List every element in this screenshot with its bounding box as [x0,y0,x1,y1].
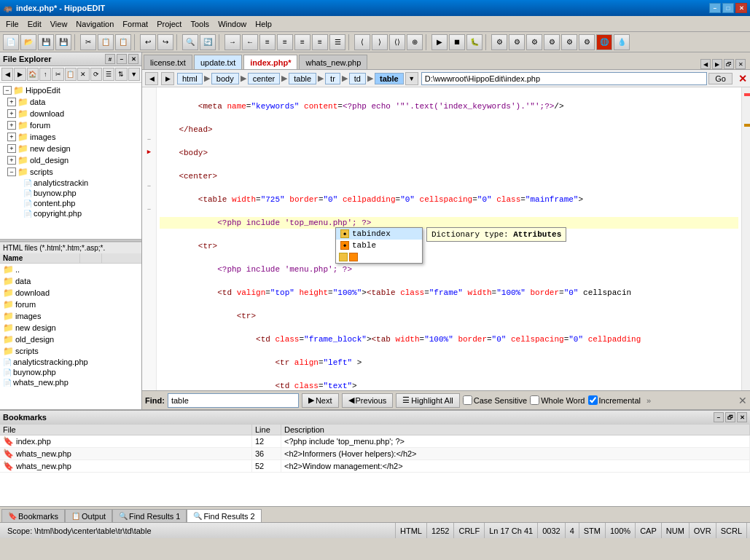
tab-update[interactable]: update.txt [194,55,242,69]
btab-findresults2[interactable]: 🔍 Find Results 2 [187,509,261,522]
settings-btn3[interactable]: ⚙ [526,34,542,50]
stop-button[interactable]: ⏹ [449,34,465,50]
whole-word-check[interactable] [530,395,539,405]
gutter-6[interactable]: ▶ [142,146,156,157]
fe-sort-button[interactable]: ⇅ [115,68,127,81]
gutter-23[interactable] [142,344,156,355]
fe-min-button[interactable]: − [117,54,127,64]
tab-index[interactable]: index.php* [243,55,297,69]
fe-delete-button[interactable]: ✕ [77,68,89,81]
tree-item-newdesign[interactable]: + 📁 new design [1,143,140,154]
web-button[interactable]: 🌐 [596,34,612,50]
menu-view[interactable]: View [46,18,72,30]
run-button[interactable]: ▶ [431,34,448,50]
tree-item-olddesign[interactable]: + 📁 old_design [1,154,140,166]
case-sensitive-check[interactable] [463,395,472,405]
bc-dropdown[interactable]: ▼ [405,72,418,85]
btab-findresults1[interactable]: 🔍 Find Results 1 [112,509,187,522]
bc-center[interactable]: center [248,73,281,84]
new-button[interactable]: 📄 [3,34,19,50]
gutter-10[interactable] [142,192,156,204]
menu-window[interactable]: Window [214,18,251,30]
gutter-21[interactable] [142,320,156,332]
gutter-15[interactable] [142,251,156,262]
fe-file-buynow[interactable]: 📄 buynow.php [0,367,141,377]
gutter-17[interactable] [142,274,156,285]
tree-item-forum[interactable]: + 📁 forum [1,119,140,131]
fe-view-button[interactable]: ☰ [103,68,114,81]
fe-file-images[interactable]: 📁 images [0,310,141,322]
indent-button[interactable]: → [224,34,241,50]
debug-button[interactable]: 🐛 [466,34,483,50]
align3-button[interactable]: ≡ [294,34,310,50]
fe-file-download[interactable]: 📁 download [0,287,141,299]
incremental-check[interactable] [588,395,598,405]
fe-back-button[interactable]: ◀ [1,68,13,81]
tab-nav-left[interactable]: ◀ [700,59,711,69]
fe-close-button[interactable]: ✕ [128,54,138,64]
fe-copy-button[interactable]: 📋 [65,68,77,81]
menu-file[interactable]: File [1,18,23,30]
bc-tr[interactable]: tr [325,73,340,84]
fe-file-whatsnew[interactable]: 📄 whats_new.php [0,377,141,387]
bm-row-1[interactable]: 🔖 index.php 12 <?php include 'top_menu.p… [0,435,750,448]
tree-root-item[interactable]: − 📁 HippoEdit [1,84,140,96]
cut-button[interactable]: ✂ [80,34,96,50]
gutter-3[interactable] [142,111,156,122]
find-more-icon[interactable]: » [647,396,651,405]
gutter-2[interactable] [142,99,156,111]
tree-expand-images[interactable]: + [7,133,16,141]
find-input[interactable] [168,393,299,408]
tree-item-copyright[interactable]: 📄 copyright.php [1,208,140,218]
browse-btn4[interactable]: ⊕ [407,34,423,50]
browse-btn3[interactable]: ⟨⟩ [389,34,405,50]
fe-file-forum[interactable]: 📁 forum [0,299,141,310]
save-all-button[interactable]: 💾 [55,34,71,50]
tree-item-data[interactable]: + 📁 data [1,96,140,108]
gutter-22[interactable] [142,332,156,344]
nav-close[interactable]: ✕ [738,73,747,84]
tree-item-scripts[interactable]: − 📁 scripts [1,166,140,178]
tree-item-buynow[interactable]: 📄 buynow.php [1,188,140,198]
undo-button[interactable]: ↩ [140,34,156,50]
save-button[interactable]: 💾 [38,34,54,50]
fe-file-newdesign[interactable]: 📁 new design [0,322,141,334]
gutter-12[interactable] [142,216,156,227]
fe-forward-button[interactable]: ▶ [14,68,26,81]
tree-item-analyticstrack[interactable]: 📄 analyticstrackin [1,178,140,188]
settings-btn6[interactable]: ⚙ [579,34,595,50]
bc-html[interactable]: html [177,73,203,84]
tree-item-images[interactable]: + 📁 images [1,131,140,143]
gutter-9[interactable]: − [142,181,156,192]
browse-btn1[interactable]: ⟨ [354,34,370,50]
settings-btn5[interactable]: ⚙ [561,34,577,50]
nav-forward[interactable]: ▶ [161,72,174,85]
fe-filter-button[interactable]: ▼ [128,68,140,81]
fe-cut-button[interactable]: ✂ [52,68,63,81]
tab-license[interactable]: license.txt [144,55,192,69]
tree-item-content[interactable]: 📄 content.php [1,198,140,208]
find-close-button[interactable]: ✕ [738,395,747,406]
tree-expand-root[interactable]: − [3,86,12,95]
list-button[interactable]: ☰ [329,34,345,50]
settings-btn2[interactable]: ⚙ [509,34,525,50]
btab-output[interactable]: 📋 Output [65,509,112,522]
go-button[interactable]: Go [708,73,733,84]
menu-project[interactable]: Project [152,18,186,30]
tree-expand-newdesign[interactable]: + [7,144,16,153]
fe-file-olddesign[interactable]: 📁 old_design [0,334,141,345]
water-button[interactable]: 💧 [614,34,630,50]
gutter-14[interactable] [142,239,156,251]
ac-item-tabindex[interactable]: ◆ tabindex [336,228,422,240]
settings-btn4[interactable]: ⚙ [544,34,560,50]
fe-file-scripts[interactable]: 📁 scripts [0,345,141,357]
gutter-5[interactable]: − [142,134,156,146]
tree-expand-forum[interactable]: + [7,121,16,130]
gutter-7[interactable] [142,157,156,169]
btab-bookmarks[interactable]: 🔖 Bookmarks [1,509,65,522]
bm-row-3[interactable]: 🔖 whats_new.php 52 <h2>Window management… [0,460,750,473]
redo-button[interactable]: ↪ [157,34,173,50]
tab-close[interactable]: ✕ [735,59,746,69]
gutter-18[interactable] [142,285,156,297]
highlight-all-button[interactable]: ☰ Highlight All [396,393,459,408]
